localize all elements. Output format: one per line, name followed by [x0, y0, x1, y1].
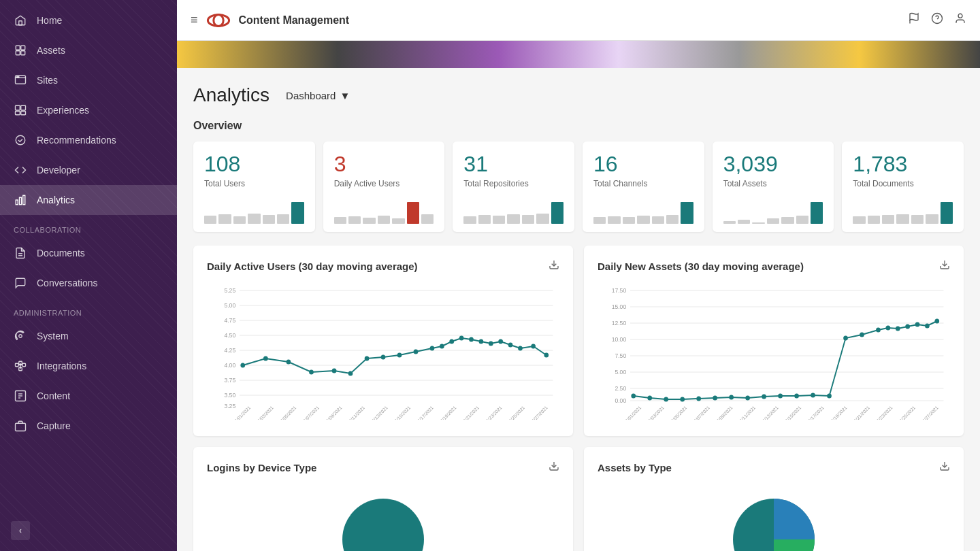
svg-point-53 [263, 356, 268, 361]
svg-text:06/01/2021: 06/01/2021 [623, 405, 642, 420]
collaboration-section-label: COLLABORATION [0, 215, 177, 238]
svg-point-59 [381, 355, 386, 360]
stat-label-daily-active: Daily Active Users [334, 179, 434, 188]
sidebar-item-label-home: Home [37, 15, 62, 26]
svg-text:06/05/2021: 06/05/2021 [278, 405, 297, 420]
sidebar-item-system[interactable]: System [0, 321, 177, 351]
svg-text:06/23/2021: 06/23/2021 [483, 405, 503, 420]
app-title: Content Management [239, 14, 900, 27]
svg-text:06/03/2021: 06/03/2021 [255, 405, 274, 420]
svg-point-52 [240, 363, 245, 368]
svg-point-120 [876, 328, 881, 333]
sidebar-item-integrations[interactable]: Integrations [0, 351, 177, 381]
svg-point-7 [18, 77, 19, 78]
svg-point-67 [479, 339, 484, 344]
svg-text:06/19/2021: 06/19/2021 [828, 405, 848, 420]
svg-point-126 [934, 319, 939, 324]
svg-point-61 [414, 350, 419, 354]
app-header: ≡ Content Management [177, 0, 980, 41]
svg-text:06/07/2021: 06/07/2021 [300, 405, 320, 420]
svg-point-142 [342, 499, 424, 551]
svg-rect-20 [22, 363, 26, 367]
download-dau-icon[interactable] [549, 259, 559, 273]
sidebar-item-developer[interactable]: Developer [0, 155, 177, 185]
stat-bar-current [291, 202, 304, 224]
svg-point-60 [397, 353, 402, 358]
svg-point-124 [915, 322, 920, 327]
sidebar-item-experiences[interactable]: Experiences [0, 95, 177, 125]
sidebar-item-recommendations[interactable]: Recommendations [0, 125, 177, 155]
sidebar-collapse-button[interactable]: ‹ [11, 521, 30, 540]
svg-text:06/25/2021: 06/25/2021 [897, 405, 917, 420]
hamburger-icon[interactable]: ≡ [191, 13, 198, 27]
sidebar-item-home[interactable]: Home [0, 5, 177, 35]
svg-text:06/15/2021: 06/15/2021 [392, 405, 412, 420]
svg-point-108 [680, 397, 685, 402]
svg-point-28 [208, 14, 229, 26]
sidebar-item-documents[interactable]: Documents [0, 238, 177, 268]
chart-card-daily-new-assets: Daily New Assets (30 day moving average) [584, 246, 964, 436]
capture-icon [14, 419, 27, 433]
stat-value-total-channels: 16 [593, 152, 693, 176]
sidebar-item-label-recommendations: Recommendations [37, 135, 116, 146]
sidebar-item-label-analytics: Analytics [37, 195, 75, 205]
svg-text:06/19/2021: 06/19/2021 [438, 405, 457, 420]
svg-text:12.50: 12.50 [612, 320, 627, 327]
download-assets-type-icon[interactable] [939, 461, 950, 474]
svg-point-118 [843, 336, 848, 341]
stat-bars-assets [723, 197, 823, 224]
download-logins-icon[interactable] [549, 461, 559, 474]
stat-value-total-users: 108 [204, 152, 304, 176]
svg-text:06/15/2021: 06/15/2021 [783, 405, 802, 420]
svg-rect-11 [21, 112, 26, 115]
sidebar-item-content[interactable]: Content [0, 381, 177, 411]
svg-text:3.25: 3.25 [224, 403, 235, 410]
sidebar-item-label-sites: Sites [37, 75, 58, 86]
stats-grid: 108 Total Users 3 Daily Active Users [193, 141, 964, 232]
sidebar-item-label-system: System [37, 331, 69, 341]
dashboard-dropdown[interactable]: Dashboard ▼ [280, 87, 355, 104]
sidebar-item-assets[interactable]: Assets [0, 35, 177, 65]
stat-card-total-channels: 16 Total Channels [583, 141, 704, 232]
svg-point-69 [498, 339, 503, 344]
chart-header-assets-type: Assets by Type [598, 461, 950, 474]
svg-text:10.00: 10.00 [612, 336, 627, 343]
svg-rect-19 [16, 363, 19, 367]
download-dna-icon[interactable] [939, 259, 950, 273]
stat-label-total-repos: Total Repositories [463, 179, 564, 188]
svg-text:06/03/2021: 06/03/2021 [645, 405, 665, 420]
stat-label-total-assets: Total Assets [723, 179, 823, 188]
flag-icon[interactable] [908, 12, 920, 28]
sidebar-item-sites[interactable]: Sites [0, 65, 177, 95]
sidebar-item-label-experiences: Experiences [37, 105, 89, 116]
svg-text:06/27/2021: 06/27/2021 [529, 405, 549, 420]
svg-text:15.00: 15.00 [612, 303, 627, 310]
svg-text:4.50: 4.50 [224, 332, 235, 339]
stat-bar [868, 216, 880, 224]
stat-bar-current [681, 202, 693, 224]
sidebar-item-label-capture: Capture [37, 420, 71, 431]
stat-bar [723, 221, 736, 224]
stat-bar [507, 214, 519, 224]
sidebar-item-conversations[interactable]: Conversations [0, 268, 177, 298]
sidebar-item-label-conversations: Conversations [37, 278, 98, 288]
svg-text:06/13/2021: 06/13/2021 [760, 405, 779, 420]
sidebar-item-analytics[interactable]: Analytics [0, 185, 177, 215]
chart-title-assets-type: Assets by Type [598, 462, 672, 473]
stat-bars-documents [853, 197, 953, 224]
sidebar-item-capture[interactable]: Capture [0, 411, 177, 441]
svg-rect-13 [16, 200, 18, 205]
svg-text:06/09/2021: 06/09/2021 [323, 405, 343, 420]
system-icon [14, 329, 27, 343]
stat-bar [882, 215, 894, 224]
stat-bar [911, 215, 924, 224]
chart-header-dna: Daily New Assets (30 day moving average) [598, 259, 950, 273]
svg-text:17.50: 17.50 [612, 287, 627, 294]
help-icon[interactable] [931, 12, 943, 28]
developer-icon [14, 163, 27, 177]
svg-point-105 [631, 394, 636, 399]
svg-text:06/25/2021: 06/25/2021 [506, 405, 526, 420]
user-icon[interactable] [954, 12, 966, 28]
stat-bar [248, 214, 260, 224]
stat-bar [218, 214, 231, 224]
